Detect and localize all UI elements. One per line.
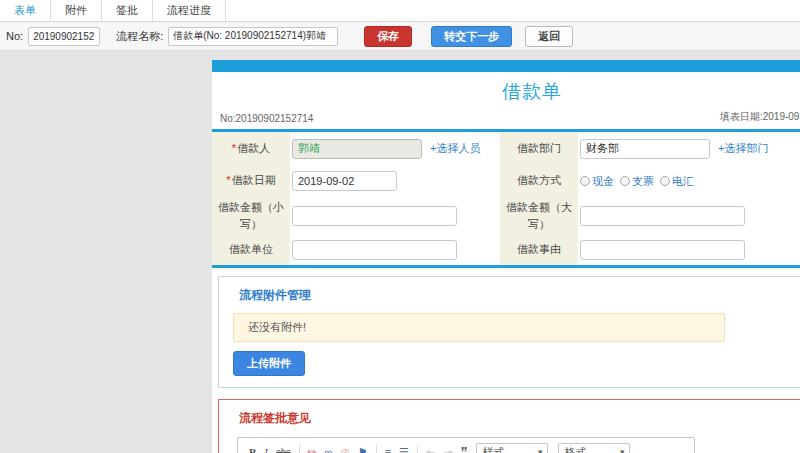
numbered-list-icon[interactable]: ≡ [385,445,391,453]
process-name-input[interactable] [168,27,338,46]
no-label: No: [6,30,23,42]
borrower-label: *借款人 [212,132,290,165]
toolbar-separator [299,445,300,453]
form-row-unit-reason: 借款单位 借款事由 [212,235,800,265]
amount-lowercase-label: 借款金额（小写） [212,197,290,235]
form-date-text: 填表日期:2019-09-02 15:27:1 [720,110,800,124]
tab-attachments[interactable]: 附件 [51,0,102,21]
attachment-section-header: 流程附件管理 [219,277,800,311]
blockquote-icon[interactable]: ” [460,447,467,453]
anchor-flag-icon[interactable]: ⚑ [358,445,368,453]
required-mark: * [226,174,230,186]
tab-bar: 表单 附件 签批 流程进度 [0,0,800,22]
chevron-down-icon: ▾ [620,447,625,453]
strikethrough-icon[interactable]: abc [276,445,291,453]
remove-format-icon[interactable]: ✏ [308,445,317,453]
form-meta-row: No:20190902152714 填表日期:2019-09-02 15:27:… [212,108,800,129]
attachment-section: 流程附件管理 还没有附件! 上传附件 [218,276,800,388]
select-person-link[interactable]: +选择人员 [430,141,480,156]
form-title: 借款单 [212,72,800,108]
forward-next-step-button[interactable]: 转交下一步 [431,26,512,47]
radio-circle-icon[interactable] [580,176,590,186]
italic-icon[interactable]: I [264,445,268,453]
loan-date-input[interactable] [292,171,397,191]
amount-lowercase-input[interactable] [292,206,457,226]
chevron-down-icon: ▾ [538,447,543,453]
rich-text-editor: B I abc ✏ ∞ ⊘ ⚑ ≡ ☰ ⇤ ⇥ ” 样式 ▾ [237,437,695,453]
tab-approval[interactable]: 签批 [102,0,153,21]
toolbar-separator [417,445,418,453]
tab-process-progress[interactable]: 流程进度 [153,0,226,21]
form-row-amounts: 借款金额（小写） 借款金额（大写） [212,197,800,235]
card-top-bar [212,60,800,72]
upload-attachment-button[interactable]: 上传附件 [233,351,305,376]
loan-reason-label: 借款事由 [500,235,578,265]
loan-unit-input[interactable] [292,240,457,260]
toolbar-separator [376,445,377,453]
select-department-link[interactable]: +选择部门 [718,141,768,156]
radio-circle-icon[interactable] [660,176,670,186]
bullet-list-icon[interactable]: ☰ [399,445,409,453]
loan-unit-label: 借款单位 [212,235,290,265]
radio-circle-icon[interactable] [620,176,630,186]
unlink-icon[interactable]: ⊘ [341,445,350,453]
back-button[interactable]: 返回 [525,26,573,47]
approval-comments-section: 流程签批意见 B I abc ✏ ∞ ⊘ ⚑ ≡ ☰ ⇤ ⇥ ” 样式 [218,399,800,453]
radio-wire-transfer[interactable]: 电汇 [660,174,694,189]
divider-bottom [212,265,800,268]
loan-department-label: 借款部门 [500,132,578,165]
format-dropdown[interactable]: 格式 ▾ [558,443,630,453]
form-row-borrower-dept: *借款人 +选择人员 借款部门 +选择部门 [212,132,800,165]
loan-department-input[interactable] [580,139,710,159]
form-no-text: No:20190902152714 [220,113,313,124]
loan-form-card: 借款单 No:20190902152714 填表日期:2019-09-02 15… [212,60,800,453]
amount-uppercase-input[interactable] [580,206,745,226]
approval-section-header: 流程签批意见 [219,400,800,434]
no-input[interactable] [28,27,100,46]
form-row-date-method: *借款日期 借款方式 现金 支票 电汇 [212,165,800,197]
tab-form[interactable]: 表单 [0,0,51,21]
borrower-input[interactable] [292,139,422,159]
editor-toolbar: B I abc ✏ ∞ ⊘ ⚑ ≡ ☰ ⇤ ⇥ ” 样式 ▾ [238,438,694,453]
save-button[interactable]: 保存 [364,26,412,47]
process-name-label: 流程名称: [116,29,163,44]
bold-icon[interactable]: B [249,445,256,453]
outdent-icon[interactable]: ⇤ [426,445,435,453]
loan-method-label: 借款方式 [500,165,578,197]
radio-cash[interactable]: 现金 [580,174,614,189]
no-attachment-alert: 还没有附件! [233,313,725,342]
radio-check[interactable]: 支票 [620,174,654,189]
styles-dropdown[interactable]: 样式 ▾ [476,443,548,453]
indent-icon[interactable]: ⇥ [443,445,452,453]
link-icon[interactable]: ∞ [325,445,333,453]
loan-reason-input[interactable] [580,240,745,260]
loan-method-radio-group: 现金 支票 电汇 [580,174,700,189]
amount-uppercase-label: 借款金额（大写） [500,197,578,235]
required-mark: * [232,142,236,154]
action-toolbar: No: 流程名称: 保存 转交下一步 返回 [0,22,800,51]
loan-date-label: *借款日期 [212,165,290,197]
